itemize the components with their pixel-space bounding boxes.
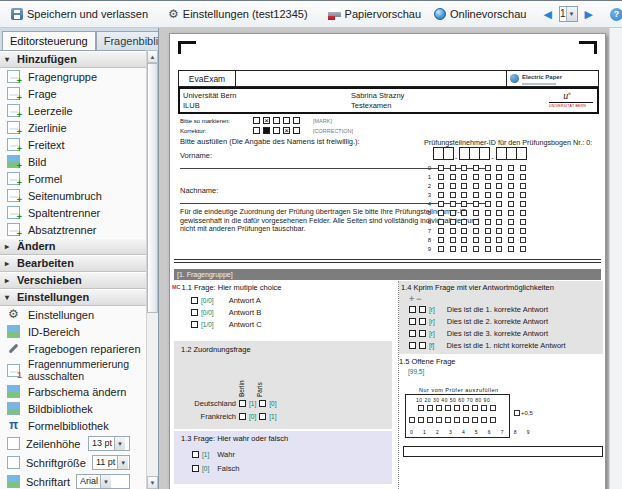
paper-checkbox bbox=[496, 228, 502, 234]
sidebar-item-farbschema[interactable]: Farbschema ändern bbox=[0, 383, 146, 400]
section-bearbeiten[interactable]: ▸ Bearbeiten bbox=[0, 255, 146, 272]
id-grid-row: 3 bbox=[426, 190, 526, 199]
scroll-up-icon[interactable]: ▲ bbox=[147, 50, 158, 63]
sidebar-item-id-bereich[interactable]: ID-Bereich bbox=[0, 323, 146, 340]
triangle-right-icon: ▸ bbox=[5, 273, 12, 288]
id-grid-group bbox=[461, 192, 491, 198]
sidebar-item-absatztrenner[interactable]: + Absatztrenner bbox=[0, 221, 146, 238]
section-aendern[interactable]: ▸ Ändern bbox=[0, 238, 146, 255]
university-name: Universität Bern bbox=[183, 91, 348, 100]
section-verschieben[interactable]: ▸ Verschieben bbox=[0, 272, 146, 289]
paper-checkbox bbox=[473, 246, 479, 252]
paper-checkbox bbox=[461, 228, 467, 234]
id-grid-group bbox=[438, 192, 456, 198]
font-size-select[interactable]: 11 pt ▼ bbox=[92, 455, 130, 470]
participant-id-header: Prüfungsteilnehmer-ID für den Prüfungsbo… bbox=[424, 138, 592, 147]
id-grid-digit: 2 bbox=[426, 183, 433, 189]
tab-editorsteuerung[interactable]: Editorsteuerung bbox=[2, 31, 96, 50]
add-answer-button[interactable]: + bbox=[409, 294, 414, 304]
paper-checkbox bbox=[461, 183, 467, 189]
paper-checkbox bbox=[520, 210, 526, 216]
sidebar-item-seitenumbruch[interactable]: + Seitenumbruch bbox=[0, 187, 146, 204]
id-grid-group bbox=[461, 228, 491, 234]
sidebar-item-frage[interactable]: + Frage bbox=[0, 85, 146, 102]
question-1-4-block[interactable]: 1.4Kprim Frage mit vier Antwortmöglichke… bbox=[399, 281, 603, 354]
department-name: ILUB bbox=[183, 101, 348, 110]
id-grid-digit: 3 bbox=[426, 192, 433, 198]
id-grid-group bbox=[461, 201, 491, 207]
toolbar: Speichern und verlassen ⚙ Einstellungen … bbox=[0, 0, 622, 28]
id-grid-group bbox=[496, 174, 526, 180]
paper-checkbox bbox=[461, 201, 467, 207]
id-grid-group bbox=[461, 237, 491, 243]
question-type-tag: MC bbox=[172, 284, 181, 290]
sidebar-item-fragebogen-reparieren[interactable]: Fragebogen reparieren bbox=[0, 340, 146, 357]
remove-answer-button[interactable]: − bbox=[416, 294, 421, 304]
sidebar-scrollbar[interactable]: ▲ ▼ bbox=[146, 50, 158, 489]
paper-checkbox bbox=[520, 228, 526, 234]
sidebar-item-bildbibliothek[interactable]: Bildbibliothek bbox=[0, 400, 146, 417]
page-select[interactable]: 1 ▼ bbox=[559, 6, 578, 22]
font-family-select[interactable]: Arial ▼ bbox=[76, 474, 130, 489]
paper-checkbox bbox=[409, 330, 416, 337]
brand-label: EvaExam bbox=[179, 71, 236, 86]
globe-icon bbox=[434, 8, 446, 20]
answer-row: [f] Dies ist die 1. nicht korrekte Antwo… bbox=[409, 341, 566, 350]
sidebar-item-formel[interactable]: + Formel bbox=[0, 170, 146, 187]
sidebar-item-fragengruppe[interactable]: + Fragengruppe bbox=[0, 68, 146, 85]
settings-button[interactable]: ⚙ Einstellungen (test12345) bbox=[165, 6, 311, 22]
paper-checkbox bbox=[259, 413, 266, 420]
paper-checkbox bbox=[520, 165, 526, 171]
paper-checkbox bbox=[508, 237, 514, 243]
paper-checkbox bbox=[496, 165, 502, 171]
sidebar-item-freitext[interactable]: + Freitext bbox=[0, 136, 146, 153]
line-height-select[interactable]: 13 pt ▼ bbox=[88, 436, 130, 451]
paper-checkbox bbox=[191, 309, 198, 316]
paper-checkbox bbox=[436, 405, 442, 411]
chevron-down-icon[interactable]: ▼ bbox=[566, 7, 577, 21]
online-preview-button[interactable]: Onlinevorschau bbox=[431, 6, 529, 22]
sidebar-item-spaltentrenner[interactable]: + Spaltentrenner bbox=[0, 204, 146, 221]
section-einstellungen[interactable]: ▾ Einstellungen bbox=[0, 289, 146, 306]
paper-checkbox bbox=[496, 201, 502, 207]
sidebar-item-leerzeile[interactable]: + Leerzeile bbox=[0, 102, 146, 119]
sidebar-item-bild[interactable]: + Bild bbox=[0, 153, 146, 170]
sidebar-item-zierlinie[interactable]: + Zierlinie bbox=[0, 119, 146, 136]
paper-checkbox bbox=[485, 237, 491, 243]
paper-checkbox bbox=[520, 237, 526, 243]
id-grid-row: 2 bbox=[426, 181, 526, 190]
question-1-3-block[interactable]: 1.3Frage: Hier wahr oder falsch [1] Wahr… bbox=[174, 431, 392, 484]
preview-scrollbar[interactable] bbox=[609, 28, 622, 489]
match-column-paris: Paris bbox=[256, 363, 263, 397]
question-1-2-block[interactable]: 1.2Zuordnungsfrage Berlin Paris Deutschl… bbox=[174, 341, 392, 429]
save-and-exit-button[interactable]: Speichern und verlassen bbox=[8, 6, 151, 22]
paper-checkbox bbox=[253, 117, 260, 124]
answer-row: [r] Dies ist die 3. korrekte Antwort bbox=[409, 329, 548, 338]
help-button[interactable]: ? Hilfe bbox=[607, 6, 622, 23]
question-group-bar[interactable]: [1. Fragengruppe] bbox=[174, 269, 601, 280]
sidebar-item-formelbibliothek[interactable]: π Formelbibliothek bbox=[0, 417, 146, 434]
paragraph-separator-add-icon: + bbox=[7, 223, 20, 236]
sidebar-item-einstellungen[interactable]: ⚙ Einstellungen bbox=[0, 306, 146, 323]
paper-checkbox bbox=[438, 201, 444, 207]
paper-checkbox bbox=[472, 417, 478, 423]
paper-checkbox bbox=[419, 318, 426, 325]
chevron-down-icon: ▼ bbox=[100, 475, 111, 488]
match-row: Frankreich [0] [1] bbox=[178, 412, 276, 421]
paper-checkbox bbox=[450, 174, 456, 180]
sidebar-item-fragennummerierung[interactable]: 1 Fragennummerierung ausschalten bbox=[0, 357, 146, 383]
previous-page-button[interactable]: ◀ bbox=[543, 9, 551, 20]
next-page-button[interactable]: ▶ bbox=[585, 9, 593, 20]
section-hinzufuegen[interactable]: ▾ Hinzufügen bbox=[0, 51, 146, 68]
question-1-1-title[interactable]: MC1.1Frage: Hier mutiple choice bbox=[172, 283, 282, 292]
sidebar-scrollbar-thumb[interactable] bbox=[147, 63, 158, 313]
scroll-down-icon[interactable]: ▼ bbox=[147, 476, 158, 489]
author-name: Sabrina Strazny bbox=[351, 91, 404, 100]
id-grid-digit: 9 bbox=[426, 246, 433, 252]
paper-preview-button[interactable]: Papiervorschau bbox=[325, 6, 424, 22]
paper-checkbox bbox=[293, 117, 300, 124]
paper-checkbox bbox=[239, 413, 246, 420]
paper-checkbox bbox=[473, 201, 479, 207]
question-1-5-title[interactable]: 1.5Offene Frage bbox=[399, 357, 456, 366]
chevron-down-icon: ▼ bbox=[114, 437, 125, 450]
